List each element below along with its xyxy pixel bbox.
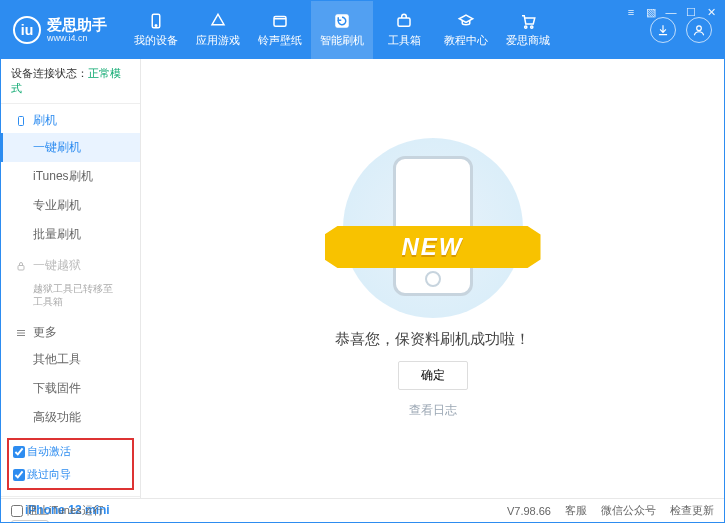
nav-store[interactable]: 爱思商城 [497, 1, 559, 59]
svg-rect-9 [18, 265, 24, 270]
sidebar-item-itunes-flash[interactable]: iTunes刷机 [1, 162, 140, 191]
sidebar-item-other-tools[interactable]: 其他工具 [1, 345, 140, 374]
app-header: iu 爱思助手 www.i4.cn 我的设备 应用游戏 铃声壁纸 智能刷机 工具… [1, 1, 724, 59]
auto-activate-checkbox[interactable]: 自动激活 [13, 444, 71, 459]
nav-toolbox[interactable]: 工具箱 [373, 1, 435, 59]
svg-point-7 [697, 26, 702, 31]
skin-icon[interactable]: ▧ [644, 5, 658, 19]
minimize-button[interactable]: — [664, 5, 678, 19]
apps-icon [209, 12, 227, 30]
svg-point-1 [155, 25, 157, 27]
success-message: 恭喜您，保资料刷机成功啦！ [335, 330, 530, 349]
menu-icon[interactable]: ≡ [624, 5, 638, 19]
nav-smart-flash[interactable]: 智能刷机 [311, 1, 373, 59]
view-log-link[interactable]: 查看日志 [409, 402, 457, 419]
svg-point-5 [525, 26, 527, 28]
svg-point-6 [531, 26, 533, 28]
svg-rect-3 [335, 14, 349, 28]
svg-rect-2 [274, 17, 286, 27]
success-illustration: NEW [343, 138, 523, 318]
sidebar-item-onekey-flash[interactable]: 一键刷机 [1, 133, 140, 162]
download-button[interactable] [650, 17, 676, 43]
logo: iu 爱思助手 www.i4.cn [13, 16, 107, 44]
download-icon [656, 23, 670, 37]
check-update-link[interactable]: 检查更新 [670, 503, 714, 518]
lock-icon [15, 260, 27, 272]
main-nav: 我的设备 应用游戏 铃声壁纸 智能刷机 工具箱 教程中心 爱思商城 [125, 1, 559, 59]
version-label: V7.98.66 [507, 505, 551, 517]
refresh-icon [333, 12, 351, 30]
header-actions [650, 17, 712, 43]
phone-icon [15, 115, 27, 127]
app-subtitle: www.i4.cn [47, 33, 107, 43]
sidebar-item-download-fw[interactable]: 下载固件 [1, 374, 140, 403]
customer-service-link[interactable]: 客服 [565, 503, 587, 518]
svg-rect-8 [19, 116, 24, 125]
sidebar-item-advanced[interactable]: 高级功能 [1, 403, 140, 432]
window-controls: ≡ ▧ — ☐ ✕ [624, 5, 718, 19]
app-title: 爱思助手 [47, 17, 107, 34]
sidebar-item-pro-flash[interactable]: 专业刷机 [1, 191, 140, 220]
maximize-button[interactable]: ☐ [684, 5, 698, 19]
nav-tutorials[interactable]: 教程中心 [435, 1, 497, 59]
main-content: NEW 恭喜您，保资料刷机成功啦！ 确定 查看日志 [141, 59, 724, 498]
graduation-icon [457, 12, 475, 30]
block-itunes-checkbox[interactable]: 阻止iTunes运行 [11, 503, 104, 518]
ok-button[interactable]: 确定 [398, 361, 468, 390]
sidebar: 设备连接状态：正常模式 刷机 一键刷机 iTunes刷机 专业刷机 批量刷机 一… [1, 59, 141, 498]
skip-guide-checkbox[interactable]: 跳过向导 [13, 467, 71, 482]
jailbreak-note: 越狱工具已转移至 工具箱 [1, 278, 140, 316]
new-ribbon: NEW [325, 226, 541, 268]
cart-icon [519, 12, 537, 30]
device-status: 设备连接状态：正常模式 [1, 59, 140, 104]
flash-options: 自动激活 跳过向导 [7, 438, 134, 490]
sidebar-group-more[interactable]: 更多 [1, 316, 140, 345]
wechat-link[interactable]: 微信公众号 [601, 503, 656, 518]
logo-icon: iu [13, 16, 41, 44]
sidebar-group-flash[interactable]: 刷机 [1, 104, 140, 133]
user-icon [692, 23, 706, 37]
nav-my-device[interactable]: 我的设备 [125, 1, 187, 59]
account-button[interactable] [686, 17, 712, 43]
toolbox-icon [395, 12, 413, 30]
menu-icon [15, 327, 27, 339]
nav-ringtones[interactable]: 铃声壁纸 [249, 1, 311, 59]
sidebar-group-jailbreak: 一键越狱 [1, 249, 140, 278]
nav-apps[interactable]: 应用游戏 [187, 1, 249, 59]
phone-icon [147, 12, 165, 30]
folder-icon [271, 12, 289, 30]
svg-rect-4 [398, 18, 410, 26]
close-button[interactable]: ✕ [704, 5, 718, 19]
sidebar-item-batch-flash[interactable]: 批量刷机 [1, 220, 140, 249]
